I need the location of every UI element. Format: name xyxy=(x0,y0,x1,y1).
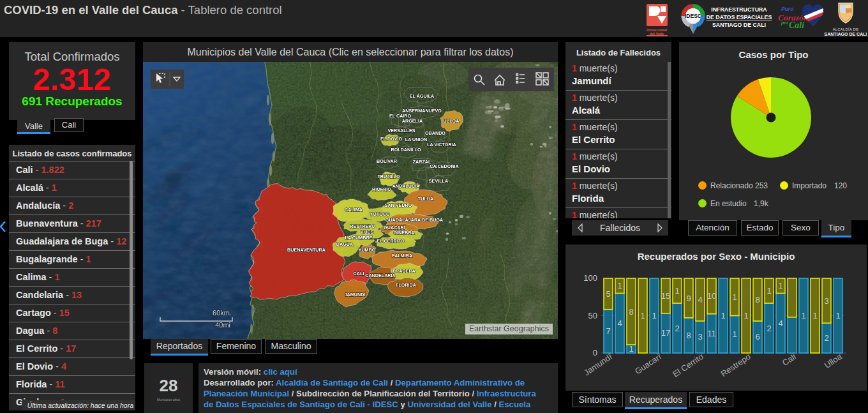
svg-text:CALIMA: CALIMA xyxy=(345,207,363,213)
svg-text:El Cerrito: El Cerrito xyxy=(671,352,705,379)
svg-text:CANDELARIA: CANDELARIA xyxy=(365,273,396,278)
svg-text:FLORIDA: FLORIDA xyxy=(396,282,416,288)
svg-text:RESTREPO: RESTREPO xyxy=(350,223,375,229)
svg-text:8: 8 xyxy=(629,307,633,317)
svg-text:8: 8 xyxy=(755,295,760,304)
svg-text:1: 1 xyxy=(732,292,737,302)
svg-text:Cali: Cali xyxy=(789,20,804,30)
svg-text:del Valle: del Valle xyxy=(650,32,664,36)
svg-text:15: 15 xyxy=(661,291,670,301)
svg-text:4: 4 xyxy=(698,295,702,304)
svg-text:Jamundí: Jamundí xyxy=(582,352,614,378)
svg-text:11: 11 xyxy=(707,329,716,338)
svg-text:4: 4 xyxy=(778,319,782,328)
svg-text:LA CUMBRE: LA CUMBRE xyxy=(345,235,373,241)
svg-text:1: 1 xyxy=(744,311,748,320)
svg-text:1: 1 xyxy=(767,286,771,296)
svg-text:YOTOCO: YOTOCO xyxy=(370,211,389,217)
svg-text:100: 100 xyxy=(583,273,597,283)
svg-text:Guacarí: Guacarí xyxy=(633,352,663,377)
svg-text:VIJES: VIJES xyxy=(361,229,374,235)
svg-text:GINEBRA: GINEBRA xyxy=(393,230,414,236)
svg-text:1: 1 xyxy=(640,311,645,320)
svg-text:TULUÁ: TULUÁ xyxy=(418,196,433,202)
svg-text:PALMIRA: PALMIRA xyxy=(392,253,412,259)
svg-text:LA VICTORIA: LA VICTORIA xyxy=(427,142,456,147)
svg-text:DE DATOS ESPACIALES: DE DATOS ESPACIALES xyxy=(707,14,772,20)
svg-text:CALI: CALI xyxy=(354,271,364,276)
svg-text:SEVILLA: SEVILLA xyxy=(429,178,448,184)
svg-text:17: 17 xyxy=(661,328,670,338)
svg-text:CAICEDONIA: CAICEDONIA xyxy=(430,163,459,169)
svg-text:ALCALDÍA DE: ALCALDÍA DE xyxy=(833,27,859,31)
svg-text:4: 4 xyxy=(617,319,622,328)
svg-text:1: 1 xyxy=(629,344,633,354)
svg-text:por: por xyxy=(781,20,789,26)
svg-text:1: 1 xyxy=(778,281,782,290)
svg-text:3: 3 xyxy=(824,296,828,306)
svg-text:TRUJILLO: TRUJILLO xyxy=(377,174,400,179)
svg-text:OBANDO: OBANDO xyxy=(425,130,445,136)
svg-text:1: 1 xyxy=(652,311,656,320)
svg-text:10: 10 xyxy=(707,291,716,301)
svg-text:YUMBO: YUMBO xyxy=(359,247,376,253)
svg-text:3: 3 xyxy=(698,332,702,342)
svg-text:BUENAVENTURA: BUENAVENTURA xyxy=(287,247,326,253)
svg-text:PRADERA: PRADERA xyxy=(393,268,415,274)
svg-text:1: 1 xyxy=(721,311,725,320)
svg-text:2: 2 xyxy=(824,333,828,343)
svg-text:DAGUA: DAGUA xyxy=(336,241,353,247)
svg-text:LA UNIÓN: LA UNIÓN xyxy=(405,137,427,142)
svg-text:RIOFRÍO: RIOFRÍO xyxy=(372,186,391,192)
svg-text:GUADALAJARA DE BUGA: GUADALAJARA DE BUGA xyxy=(385,217,443,223)
svg-text:ROLDANILLO: ROLDANILLO xyxy=(391,147,421,153)
svg-text:SAN PEDRO: SAN PEDRO xyxy=(385,202,412,208)
svg-text:50: 50 xyxy=(588,311,597,320)
svg-text:1: 1 xyxy=(812,311,817,320)
svg-text:JAMUNDÍ: JAMUNDÍ xyxy=(345,292,366,297)
svg-text:1: 1 xyxy=(617,281,622,290)
svg-text:EL ÁGUILA: EL ÁGUILA xyxy=(410,93,435,99)
svg-text:Cali: Cali xyxy=(781,352,798,368)
svg-text:EL DOVIO: EL DOVIO xyxy=(380,136,403,142)
svg-text:5: 5 xyxy=(606,289,610,299)
svg-text:ZARZAL: ZARZAL xyxy=(413,159,431,165)
svg-text:6: 6 xyxy=(755,332,760,342)
svg-text:1: 1 xyxy=(675,286,679,296)
svg-text:ARGELIA: ARGELIA xyxy=(402,118,423,124)
svg-text:Puro: Puro xyxy=(781,6,793,12)
svg-text:7: 7 xyxy=(606,326,610,336)
svg-text:2: 2 xyxy=(767,324,771,333)
svg-text:VERSALLES: VERSALLES xyxy=(387,128,415,133)
svg-text:0: 0 xyxy=(593,348,597,357)
svg-text:1: 1 xyxy=(835,311,840,320)
svg-text:SANTIAGO DE CALI: SANTIAGO DE CALI xyxy=(825,32,867,36)
svg-text:Ulloa: Ulloa xyxy=(823,352,844,370)
svg-text:SANTIAGO DE CALI: SANTIAGO DE CALI xyxy=(712,22,766,28)
svg-text:IDESC: IDESC xyxy=(685,13,701,19)
svg-text:BOLÍVAR: BOLÍVAR xyxy=(377,158,398,164)
svg-text:INFRAESTRUCTURA: INFRAESTRUCTURA xyxy=(711,6,767,13)
svg-text:EL CERRITO: EL CERRITO xyxy=(377,238,405,244)
svg-text:ANDALUCÍA: ANDALUCÍA xyxy=(393,183,420,189)
svg-text:9: 9 xyxy=(686,294,691,303)
svg-text:Restrepo: Restrepo xyxy=(719,352,752,379)
svg-text:1: 1 xyxy=(732,329,737,339)
svg-text:1: 1 xyxy=(801,311,805,320)
svg-text:ULLOA: ULLOA xyxy=(444,118,460,124)
svg-text:8: 8 xyxy=(686,331,691,340)
svg-text:2: 2 xyxy=(675,324,679,333)
